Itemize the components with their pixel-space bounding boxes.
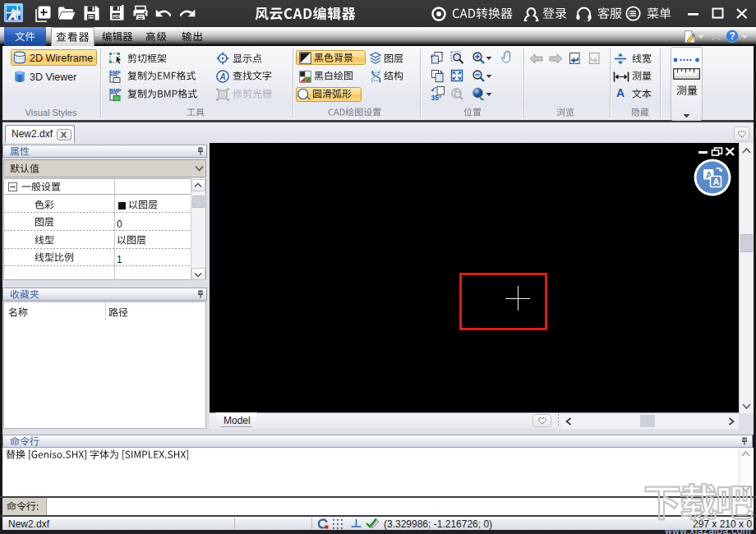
svg-text:PDF: PDF [113,14,122,19]
svg-text:35°: 35° [431,94,442,101]
svg-text:A: A [713,177,720,186]
svg-text:BMP: BMP [109,88,122,94]
svg-text:?: ? [730,30,735,42]
svg-text:A: A [219,72,226,81]
svg-text:EMF: EMF [109,70,121,76]
